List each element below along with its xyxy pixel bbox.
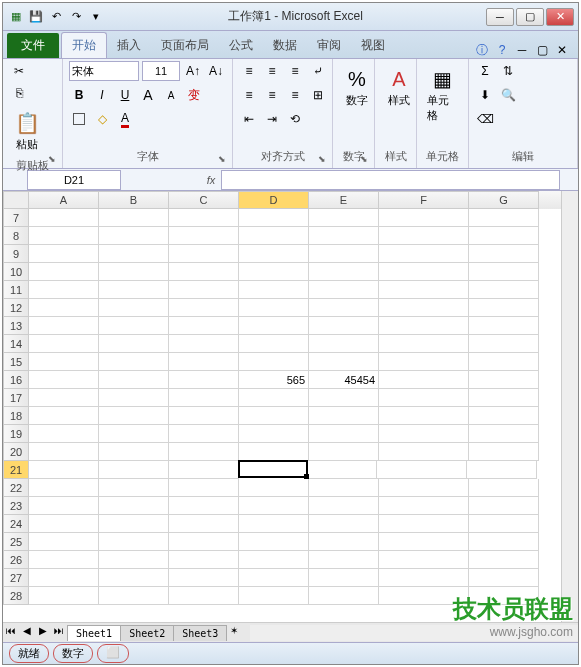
cell-G27[interactable]	[469, 569, 539, 587]
merge-icon[interactable]: ⊞	[308, 85, 328, 105]
cell-A10[interactable]	[29, 263, 99, 281]
cell-F14[interactable]	[379, 335, 469, 353]
cell-G17[interactable]	[469, 389, 539, 407]
tab-insert[interactable]: 插入	[107, 33, 151, 58]
cell-B27[interactable]	[99, 569, 169, 587]
cell-E28[interactable]	[309, 587, 379, 605]
indent-dec-icon[interactable]: ⇤	[239, 109, 259, 129]
cell-F19[interactable]	[379, 425, 469, 443]
cell-E10[interactable]	[309, 263, 379, 281]
doc-min-icon[interactable]: ─	[514, 42, 530, 58]
font-small-a-icon[interactable]: A	[161, 85, 181, 105]
font-color-icon[interactable]: A	[115, 109, 135, 129]
cell-C27[interactable]	[169, 569, 239, 587]
cell-E26[interactable]	[309, 551, 379, 569]
cell-F17[interactable]	[379, 389, 469, 407]
cell-D14[interactable]	[239, 335, 309, 353]
number-format-button[interactable]: % 数字	[339, 61, 375, 112]
cell-F16[interactable]	[379, 371, 469, 389]
cell-D11[interactable]	[239, 281, 309, 299]
col-header-F[interactable]: F	[379, 191, 469, 209]
cell-C18[interactable]	[169, 407, 239, 425]
tab-data[interactable]: 数据	[263, 33, 307, 58]
cell-B21[interactable]	[99, 461, 169, 479]
cell-D15[interactable]	[239, 353, 309, 371]
font-big-a-icon[interactable]: A	[138, 85, 158, 105]
cell-F10[interactable]	[379, 263, 469, 281]
cell-A18[interactable]	[29, 407, 99, 425]
cell-D17[interactable]	[239, 389, 309, 407]
align-left-icon[interactable]: ≡	[239, 85, 259, 105]
cell-G23[interactable]	[469, 497, 539, 515]
cut-icon[interactable]: ✂	[9, 61, 29, 81]
row-header-22[interactable]: 22	[3, 479, 29, 497]
cell-D12[interactable]	[239, 299, 309, 317]
cell-C11[interactable]	[169, 281, 239, 299]
clear-icon[interactable]: ⌫	[475, 109, 495, 129]
sheet-tab-sheet1[interactable]: Sheet1	[67, 625, 121, 641]
horizontal-scrollbar[interactable]	[250, 625, 578, 641]
row-header-7[interactable]: 7	[3, 209, 29, 227]
row-header-8[interactable]: 8	[3, 227, 29, 245]
cell-B12[interactable]	[99, 299, 169, 317]
cell-A27[interactable]	[29, 569, 99, 587]
align-center-icon[interactable]: ≡	[262, 85, 282, 105]
cell-E20[interactable]	[309, 443, 379, 461]
find-icon[interactable]: 🔍	[498, 85, 518, 105]
sheet-nav-first-icon[interactable]: ⏮	[3, 625, 19, 641]
cell-C24[interactable]	[169, 515, 239, 533]
cell-C14[interactable]	[169, 335, 239, 353]
tab-home[interactable]: 开始	[61, 32, 107, 58]
borders-icon[interactable]	[69, 109, 89, 129]
row-header-27[interactable]: 27	[3, 569, 29, 587]
cell-D20[interactable]	[239, 443, 309, 461]
cell-D28[interactable]	[239, 587, 309, 605]
cell-B8[interactable]	[99, 227, 169, 245]
cell-G7[interactable]	[469, 209, 539, 227]
cell-B15[interactable]	[99, 353, 169, 371]
row-header-24[interactable]: 24	[3, 515, 29, 533]
copy-icon[interactable]: ⎘	[9, 83, 29, 103]
cell-F15[interactable]	[379, 353, 469, 371]
excel-icon[interactable]: ▦	[7, 8, 25, 26]
cell-D10[interactable]	[239, 263, 309, 281]
cell-E7[interactable]	[309, 209, 379, 227]
sheet-tab-sheet3[interactable]: Sheet3	[173, 625, 227, 641]
cell-A13[interactable]	[29, 317, 99, 335]
cell-C21[interactable]	[169, 461, 239, 479]
cell-C22[interactable]	[169, 479, 239, 497]
row-header-26[interactable]: 26	[3, 551, 29, 569]
col-header-E[interactable]: E	[309, 191, 379, 209]
underline-icon[interactable]: U	[115, 85, 135, 105]
bold-icon[interactable]: B	[69, 85, 89, 105]
paste-button[interactable]: 📋 粘贴	[9, 105, 45, 156]
align-launcher-icon[interactable]: ⬊	[318, 154, 330, 166]
font-launcher-icon[interactable]: ⬊	[218, 154, 230, 166]
cell-A17[interactable]	[29, 389, 99, 407]
cell-B19[interactable]	[99, 425, 169, 443]
align-right-icon[interactable]: ≡	[285, 85, 305, 105]
italic-icon[interactable]: I	[92, 85, 112, 105]
cell-D13[interactable]	[239, 317, 309, 335]
cell-G19[interactable]	[469, 425, 539, 443]
cell-A14[interactable]	[29, 335, 99, 353]
cell-B26[interactable]	[99, 551, 169, 569]
cell-A22[interactable]	[29, 479, 99, 497]
cell-D25[interactable]	[239, 533, 309, 551]
cell-C13[interactable]	[169, 317, 239, 335]
cell-D24[interactable]	[239, 515, 309, 533]
align-middle-icon[interactable]: ≡	[262, 61, 282, 81]
cell-G16[interactable]	[469, 371, 539, 389]
fill-color-icon[interactable]: ◇	[92, 109, 112, 129]
cell-G9[interactable]	[469, 245, 539, 263]
cell-B7[interactable]	[99, 209, 169, 227]
shrink-font-icon[interactable]: A↓	[206, 61, 226, 81]
row-header-16[interactable]: 16	[3, 371, 29, 389]
col-header-D[interactable]: D	[239, 191, 309, 209]
sort-icon[interactable]: ⇅	[498, 61, 518, 81]
cell-D26[interactable]	[239, 551, 309, 569]
formula-bar[interactable]	[221, 170, 560, 190]
cell-E18[interactable]	[309, 407, 379, 425]
sheet-nav-last-icon[interactable]: ⏭	[51, 625, 67, 641]
styles-button[interactable]: A 样式	[381, 61, 417, 112]
